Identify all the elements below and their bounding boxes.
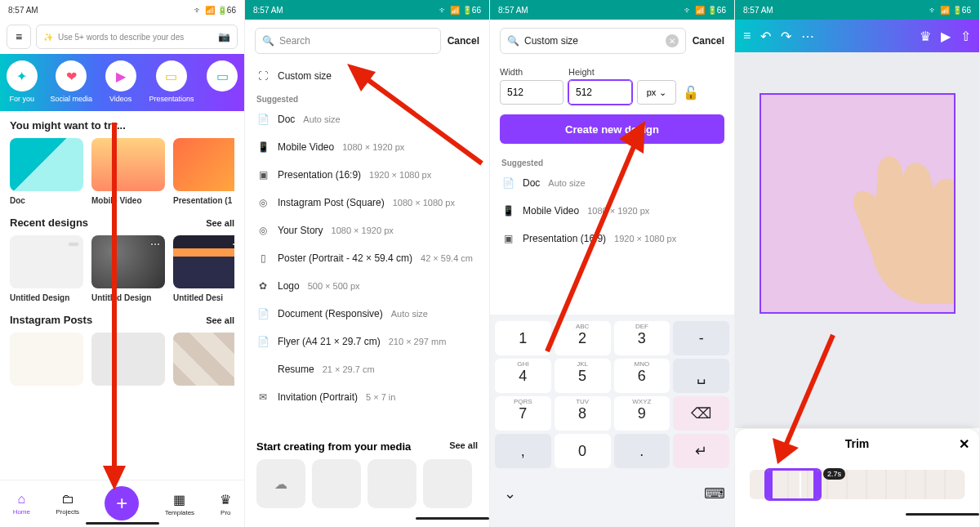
numeric-keypad: 1 ABC2 DEF3 - GHI4 JKL5 MNO6 ␣ PQRS7 TUV… <box>490 315 734 527</box>
selected-frame[interactable] <box>760 93 956 314</box>
cancel-button[interactable]: Cancel <box>693 35 724 47</box>
format-row[interactable]: ◎Your Story 1080 × 1920 px <box>245 217 489 244</box>
keyboard-switch[interactable]: ⌨ <box>700 476 729 511</box>
nav-projects[interactable]: 🗀Projects <box>56 492 79 516</box>
height-label: Height <box>568 67 632 77</box>
keyboard-collapse[interactable]: ⌄ <box>495 476 524 511</box>
category-more[interactable]: ▭ <box>207 60 238 103</box>
key-2[interactable]: ABC2 <box>555 321 611 355</box>
template-card-mobile-video[interactable]: Mobile Video <box>91 138 165 205</box>
key-dash[interactable]: - <box>673 321 729 355</box>
category-social[interactable]: ❤Social media <box>51 60 93 103</box>
format-name: Poster (Portrait - 42 × 59.4 cm) <box>278 252 412 264</box>
menu-button[interactable]: ≡ <box>7 25 31 49</box>
recent-card[interactable]: ⋯Untitled Design <box>10 235 83 302</box>
more-icon[interactable]: ⋯ <box>801 29 814 44</box>
format-row[interactable]: ✿Logo 500 × 500 px <box>245 272 489 300</box>
category-videos[interactable]: ▶Videos <box>105 60 136 103</box>
more-icon[interactable]: ⋯ <box>150 239 160 250</box>
ig-card[interactable] <box>10 333 83 386</box>
redo-icon[interactable]: ↷ <box>781 29 791 44</box>
key-4[interactable]: GHI4 <box>495 359 551 393</box>
search-input[interactable]: 🔍 Custom size ✕ <box>500 28 686 54</box>
clear-icon[interactable]: ✕ <box>666 34 679 47</box>
more-icon[interactable]: ⋯ <box>232 239 234 250</box>
create-fab[interactable]: + <box>105 486 139 520</box>
format-row[interactable]: ▣Presentation (16:9) 1920 × 1080 px <box>245 161 489 189</box>
media-tile[interactable] <box>423 459 472 508</box>
nav-templates[interactable]: ▦Templates <box>165 492 194 516</box>
category-for-you[interactable]: ✦For you <box>7 60 38 103</box>
search-input[interactable]: 🔍 Search <box>255 28 441 54</box>
custom-size-row[interactable]: ⛶ Custom size <box>245 62 489 90</box>
media-tile[interactable] <box>312 459 361 508</box>
format-row[interactable]: Resume 21 × 29.7 cm <box>245 355 489 383</box>
key-5[interactable]: JKL5 <box>555 359 611 393</box>
format-row[interactable]: ◎Instagram Post (Square) 1080 × 1080 px <box>245 189 489 217</box>
undo-icon[interactable]: ↶ <box>760 29 771 44</box>
upload-media-tile[interactable]: ☁ <box>256 459 305 508</box>
menu-icon[interactable]: ≡ <box>743 29 751 44</box>
format-dim: 1080 × 1920 px <box>332 226 394 235</box>
more-icon[interactable]: ⋯ <box>69 239 78 250</box>
key-9[interactable]: WXYZ9 <box>614 396 670 431</box>
nav-pro[interactable]: ♛Pro <box>220 492 231 516</box>
crown-icon[interactable]: ♛ <box>920 29 931 44</box>
camera-icon[interactable]: 📷 <box>218 31 230 42</box>
lock-icon[interactable]: 🔓 <box>681 80 701 105</box>
cancel-button[interactable]: Cancel <box>448 35 479 47</box>
key-8[interactable]: TUV8 <box>555 396 611 431</box>
format-dim: 42 × 59.4 cm <box>421 253 473 263</box>
ig-card[interactable] <box>91 333 165 386</box>
folder-icon: 🗀 <box>61 492 74 507</box>
format-row[interactable]: ✉Invitation (Portrait) 5 × 7 in <box>245 383 489 411</box>
see-all-link[interactable]: See all <box>206 218 234 228</box>
category-presentations[interactable]: ▭Presentations <box>149 60 194 103</box>
key-3[interactable]: DEF3 <box>614 321 670 355</box>
create-design-button[interactable]: Create new design <box>500 114 724 144</box>
format-row[interactable]: 📄Doc Auto size <box>490 169 734 197</box>
ig-card[interactable] <box>173 333 234 386</box>
recent-card[interactable]: ⋯Untitled Design <box>91 235 165 302</box>
status-icons: ᯤ 📶 🔋66 <box>194 6 236 15</box>
template-card-presentation[interactable]: Presentation (1 <box>173 138 234 205</box>
format-row[interactable]: 📄Doc Auto size <box>245 105 489 133</box>
width-label: Width <box>500 67 564 77</box>
trim-handle-left[interactable] <box>764 471 773 498</box>
template-card-doc[interactable]: Doc <box>10 138 83 205</box>
trim-selection[interactable] <box>764 468 822 501</box>
unit-select[interactable]: px⌄ <box>637 80 676 105</box>
format-row[interactable]: 📄Document (Responsive) Auto size <box>245 300 489 328</box>
play-icon[interactable]: ▶ <box>941 29 951 44</box>
key-enter[interactable]: ↵ <box>673 434 729 468</box>
status-time: 8:57 AM <box>8 6 38 15</box>
playhead[interactable] <box>800 471 801 498</box>
canvas-area[interactable] <box>735 52 979 428</box>
timeline[interactable]: 2.7s <box>750 470 964 499</box>
recent-card[interactable]: ⋯Untitled Desi <box>173 235 234 302</box>
format-row[interactable]: 📄Flyer (A4 21 × 29.7 cm) 210 × 297 mm <box>245 328 489 355</box>
width-input[interactable] <box>500 80 564 105</box>
see-all-link[interactable]: See all <box>449 440 478 453</box>
key-6[interactable]: MNO6 <box>614 359 670 393</box>
format-row[interactable]: 📱Mobile Video 1080 × 1920 px <box>245 133 489 161</box>
height-input[interactable] <box>568 80 632 105</box>
trim-handle-right[interactable] <box>813 471 822 498</box>
key-0[interactable]: 0 <box>555 434 611 468</box>
see-all-link[interactable]: See all <box>206 315 234 325</box>
key-1[interactable]: 1 <box>495 321 551 355</box>
format-row[interactable]: ▣Presentation (16:9) 1920 × 1080 px <box>490 225 734 252</box>
key-backspace[interactable]: ⌫ <box>673 396 729 431</box>
key-comma[interactable]: , <box>495 434 551 468</box>
search-input[interactable]: ✨ Use 5+ words to describe your des 📷 <box>36 25 238 49</box>
share-icon[interactable]: ⇧ <box>960 29 971 44</box>
nav-home[interactable]: ⌂Home <box>13 492 30 516</box>
key-dot[interactable]: . <box>614 434 670 468</box>
format-row[interactable]: 📱Mobile Video 1080 × 1920 px <box>490 197 734 225</box>
format-row[interactable]: ▯Poster (Portrait - 42 × 59.4 cm) 42 × 5… <box>245 244 489 272</box>
key-7[interactable]: PQRS7 <box>495 396 551 431</box>
screenshot-2-search: 8:57 AM ᯤ 📶 🔋66 🔍 Search Cancel ⛶ Custom… <box>245 0 490 527</box>
close-icon[interactable]: ✕ <box>959 436 969 452</box>
key-space[interactable]: ␣ <box>673 359 729 393</box>
media-tile[interactable] <box>368 459 416 508</box>
